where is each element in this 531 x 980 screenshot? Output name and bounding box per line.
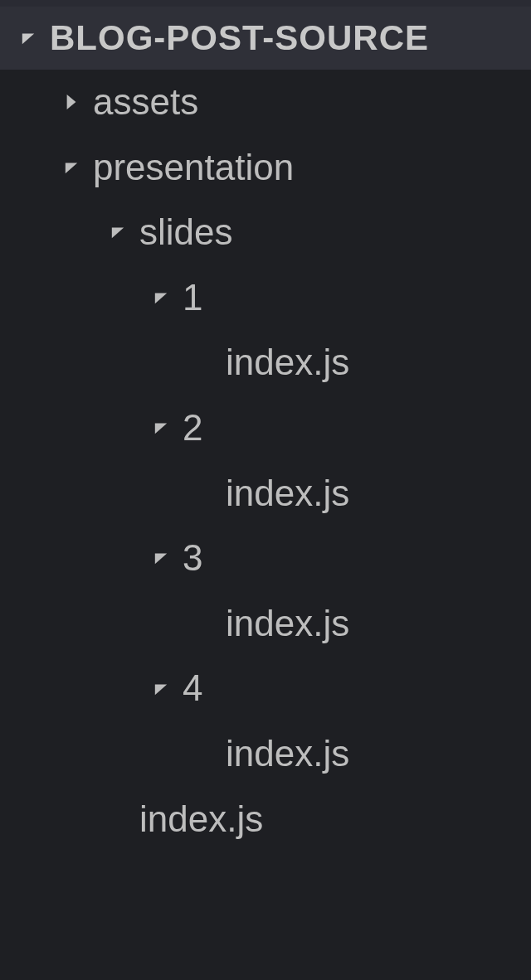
folder-label: assets xyxy=(93,81,198,124)
folder-label: presentation xyxy=(93,147,294,189)
folder-slide-2[interactable]: 2 xyxy=(0,395,531,461)
chevron-right-icon xyxy=(60,93,83,111)
file-label: index.js xyxy=(226,733,349,775)
file-explorer: BLOG-POST-SOURCE assets presentation sli… xyxy=(0,7,531,851)
folder-label: 3 xyxy=(183,537,202,580)
chevron-down-icon xyxy=(149,682,173,696)
folder-slide-1[interactable]: 1 xyxy=(0,265,531,331)
folder-slides[interactable]: slides xyxy=(0,200,531,265)
folder-slide-4[interactable]: 4 xyxy=(0,656,531,721)
chevron-down-icon xyxy=(149,420,173,435)
file-index-js[interactable]: index.js xyxy=(0,787,531,852)
chevron-down-icon xyxy=(60,160,83,175)
root-folder-label: BLOG-POST-SOURCE xyxy=(50,18,429,58)
file-index-js[interactable]: index.js xyxy=(0,461,531,526)
chevron-down-icon xyxy=(149,290,173,305)
file-label: index.js xyxy=(139,798,263,841)
folder-label: 2 xyxy=(183,407,202,449)
folder-label: slides xyxy=(139,211,233,254)
folder-presentation[interactable]: presentation xyxy=(0,135,531,201)
file-index-js[interactable]: index.js xyxy=(0,721,531,787)
folder-assets[interactable]: assets xyxy=(0,70,531,135)
file-index-js[interactable]: index.js xyxy=(0,591,531,657)
file-index-js[interactable]: index.js xyxy=(0,330,531,395)
folder-slide-3[interactable]: 3 xyxy=(0,526,531,591)
file-label: index.js xyxy=(226,473,349,515)
file-label: index.js xyxy=(226,603,349,645)
folder-label: 1 xyxy=(183,277,202,319)
file-label: index.js xyxy=(226,342,349,384)
root-folder[interactable]: BLOG-POST-SOURCE xyxy=(0,7,531,70)
chevron-down-icon xyxy=(17,31,40,46)
chevron-down-icon xyxy=(149,551,173,565)
chevron-down-icon xyxy=(106,225,129,240)
folder-label: 4 xyxy=(183,667,202,710)
